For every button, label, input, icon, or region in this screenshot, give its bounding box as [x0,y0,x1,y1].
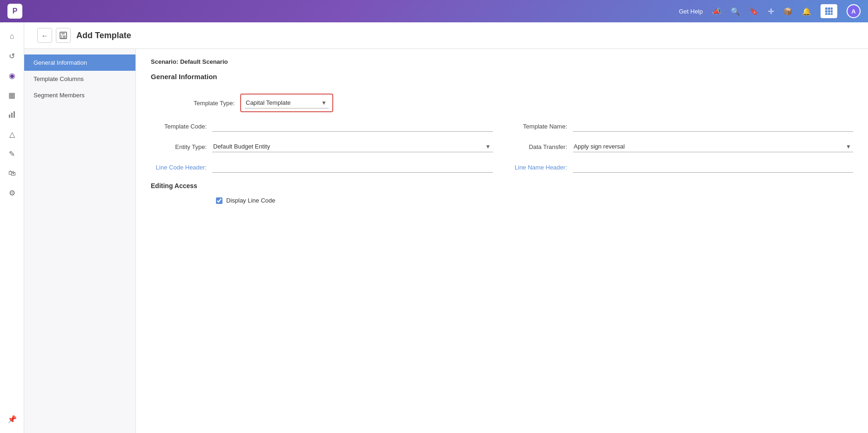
svg-rect-3 [825,10,828,13]
content-layout: General Information Template Columns Seg… [24,49,868,433]
line-code-header-input[interactable] [212,162,493,173]
display-line-code-checkbox[interactable] [216,197,222,204]
bell-icon[interactable]: 🔔 [802,7,811,16]
svg-rect-2 [831,7,833,10]
svg-rect-10 [11,113,13,118]
template-code-row: Template Code: [151,121,493,132]
top-nav-right: Get Help 📣 🔍 🔖 ✛ 📦 🔔 A [679,4,861,18]
line-name-header-label: Line Name Header: [511,164,567,171]
template-code-label: Template Code: [151,123,207,130]
line-name-header-input[interactable] [573,162,854,173]
editing-access-title: Editing Access [151,182,853,189]
data-transfer-select[interactable]: Apply sign reversal No sign reversal [573,141,854,152]
svg-rect-13 [61,32,65,34]
sidebar-home-icon[interactable]: ⌂ [4,28,20,45]
line-code-header-label: Line Code Header: [151,164,207,171]
scenario-bar: Scenario: Default Scenario [151,58,853,65]
sidebar-bar-icon[interactable] [4,106,20,123]
template-name-label: Template Name: [511,123,567,130]
left-panel-item-members[interactable]: Segment Members [24,87,135,103]
sidebar-edit-icon[interactable]: ✎ [4,145,20,162]
form-area: Scenario: Default Scenario General Infor… [136,49,868,433]
general-info-title: General Information [151,73,853,84]
svg-rect-7 [828,13,830,15]
entity-type-select[interactable]: Default Budget Entity Custom Entity [212,141,493,152]
page-header-actions: ← [37,28,71,43]
crosshair-icon[interactable]: ✛ [768,7,774,16]
search-icon[interactable]: 🔍 [731,7,740,16]
save-button[interactable] [56,28,71,43]
data-transfer-select-wrapper: Apply sign reversal No sign reversal ▼ [573,141,854,152]
bar-chart-icon [8,111,16,118]
form-grid: Template Code: Template Name: Entity Typ… [151,121,853,173]
svg-rect-9 [9,115,10,118]
svg-rect-14 [61,35,66,38]
sidebar-dot-icon[interactable]: ◉ [4,67,20,84]
template-type-box: Capital Template Operating Template Reve… [240,94,333,112]
svg-rect-4 [828,10,830,13]
display-line-code-row: Display Line Code [216,197,853,204]
get-help-link[interactable]: Get Help [679,8,703,15]
sidebar-triangle-icon[interactable]: △ [4,126,20,142]
back-button[interactable]: ← [37,28,52,43]
template-name-row: Template Name: [511,121,854,132]
scenario-value: Default Scenario [180,58,228,65]
template-type-select-wrapper: Capital Template Operating Template Reve… [245,97,329,108]
top-nav: P Get Help 📣 🔍 🔖 ✛ 📦 🔔 A [0,0,868,22]
svg-rect-15 [62,36,63,38]
main-layout: ⌂ ↺ ◉ ▦ △ ✎ 🛍 ⚙ 📌 ← [0,22,868,433]
entity-type-select-wrapper: Default Budget Entity Custom Entity ▼ [212,141,493,152]
page-header: ← Add Template [24,22,868,49]
line-name-header-row: Line Name Header: [511,162,854,173]
left-panel: General Information Template Columns Seg… [24,49,136,433]
template-type-row: Template Type: Capital Template Operatin… [179,94,853,112]
svg-rect-1 [828,7,830,10]
svg-rect-8 [831,13,833,15]
sidebar-gear-icon[interactable]: ⚙ [4,184,20,201]
entity-type-row: Entity Type: Default Budget Entity Custo… [151,141,493,152]
left-panel-item-columns[interactable]: Template Columns [24,71,135,87]
bookmark-icon[interactable]: 🔖 [749,7,759,16]
data-transfer-row: Data Transfer: Apply sign reversal No si… [511,141,854,152]
sidebar-refresh-icon[interactable]: ↺ [4,47,20,64]
app-logo[interactable]: P [7,4,22,19]
svg-rect-5 [831,10,833,13]
template-code-input[interactable] [212,121,493,132]
template-type-label: Template Type: [179,100,235,107]
display-line-code-label[interactable]: Display Line Code [226,197,276,204]
icon-sidebar: ⌂ ↺ ◉ ▦ △ ✎ 🛍 ⚙ 📌 [0,22,24,433]
megaphone-icon[interactable]: 📣 [712,7,721,16]
line-code-header-row: Line Code Header: [151,162,493,173]
top-nav-left: P [7,4,22,19]
apps-grid-icon [825,7,833,15]
svg-rect-0 [825,7,828,10]
user-avatar[interactable]: A [847,4,861,18]
left-panel-item-general[interactable]: General Information [24,54,135,71]
data-transfer-label: Data Transfer: [511,143,567,150]
sidebar-pin-icon[interactable]: 📌 [4,411,20,427]
page-area: ← Add Template General Information Temp [24,22,868,433]
template-name-input[interactable] [573,121,854,132]
save-icon [60,32,67,39]
apps-button[interactable] [821,4,837,18]
sidebar-bag-icon[interactable]: 🛍 [4,165,20,182]
svg-rect-11 [13,111,15,118]
entity-type-label: Entity Type: [151,143,207,150]
page-title: Add Template [76,31,131,41]
box-icon[interactable]: 📦 [783,7,793,16]
svg-rect-6 [825,13,828,15]
sidebar-grid-icon[interactable]: ▦ [4,87,20,103]
template-type-select[interactable]: Capital Template Operating Template Reve… [245,97,329,108]
